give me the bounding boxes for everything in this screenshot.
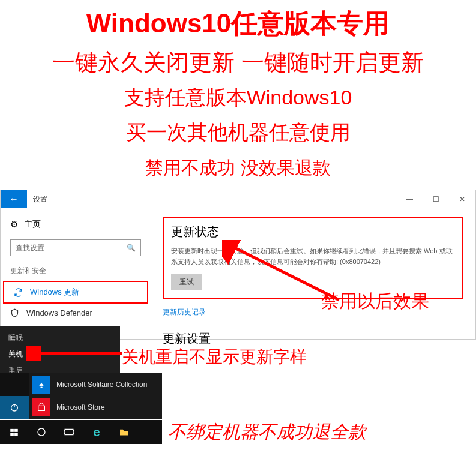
promo-line2: 一键永久关闭更新 一键随时开启更新 xyxy=(0,45,476,80)
annotation-shutdown-note: 关机重启不显示更新字样 xyxy=(122,346,307,368)
solitaire-tile-icon: ♠ xyxy=(32,376,50,394)
shield-icon xyxy=(10,308,19,317)
nav-windows-update[interactable]: Windows 更新 xyxy=(3,281,148,304)
annotation-disable-effect: 禁用以后效果 xyxy=(321,289,429,314)
maximize-button[interactable]: ☐ xyxy=(423,190,449,208)
status-description: 安装更新时出现一些问题，但我们稍后会重试。如果你继续看到此错误，并且想要搜索 W… xyxy=(171,246,455,267)
minimize-icon: — xyxy=(406,195,413,203)
edge-icon: e xyxy=(93,425,100,439)
gear-icon: ⚙ xyxy=(10,219,18,230)
titlebar: ← 设置 — ☐ ✕ xyxy=(1,190,475,208)
power-shutdown[interactable]: 关机 xyxy=(0,346,120,362)
taskview-button[interactable] xyxy=(55,420,83,444)
update-settings-heading: 更新设置 xyxy=(163,331,463,347)
minimize-button[interactable]: — xyxy=(396,190,423,208)
promo-line3: 支持任意版本Windows10 xyxy=(0,80,476,115)
svg-rect-10 xyxy=(64,431,65,434)
search-icon: 🔍 xyxy=(127,244,136,252)
svg-rect-9 xyxy=(65,430,73,435)
nav-defender-label: Windows Defender xyxy=(26,308,92,317)
svg-rect-11 xyxy=(73,431,74,434)
content-area: 更新状态 安装更新时出现一些问题，但我们稍后会重试。如果你继续看到此错误，并且想… xyxy=(151,208,475,339)
cortana-button[interactable] xyxy=(28,420,55,444)
circle-icon xyxy=(37,427,46,437)
folder-icon xyxy=(119,428,130,436)
svg-rect-7 xyxy=(14,433,18,436)
home-nav[interactable]: ⚙ 主页 xyxy=(1,215,151,233)
start-menu: ♠ Microsoft Solitaire Collection Microso… xyxy=(0,373,162,419)
taskview-icon xyxy=(64,428,74,436)
annotation-refund: 不绑定机器不成功退全款 xyxy=(168,420,366,445)
promo-line4: 买一次其他机器任意使用 xyxy=(0,115,476,150)
svg-rect-4 xyxy=(10,428,14,431)
window-title: 设置 xyxy=(33,194,47,205)
section-label: 更新和安全 xyxy=(1,263,151,281)
search-placeholder: 查找设置 xyxy=(16,243,44,253)
power-sleep[interactable]: 睡眠 xyxy=(0,330,120,346)
power-icon xyxy=(10,403,19,412)
svg-rect-6 xyxy=(10,433,14,436)
start-button[interactable] xyxy=(0,420,28,444)
search-input[interactable]: 查找设置 🔍 xyxy=(10,239,141,256)
home-label: 主页 xyxy=(24,219,41,230)
sync-icon xyxy=(14,288,23,297)
svg-rect-5 xyxy=(14,428,18,431)
nav-defender[interactable]: Windows Defender xyxy=(1,304,151,322)
arrow-left-icon: ← xyxy=(9,194,19,205)
taskbar: e xyxy=(0,420,162,444)
explorer-button[interactable] xyxy=(110,420,138,444)
solitaire-label: Microsoft Solitaire Collection xyxy=(56,380,147,389)
back-button[interactable]: ← xyxy=(1,190,27,208)
maximize-icon: ☐ xyxy=(433,195,439,203)
store-tile-icon xyxy=(32,398,50,416)
edge-button[interactable]: e xyxy=(83,420,110,444)
store-label: Microsoft Store xyxy=(56,403,105,412)
promo-line5: 禁用不成功 没效果退款 xyxy=(0,150,476,189)
svg-point-8 xyxy=(38,428,45,436)
nav-windows-update-label: Windows 更新 xyxy=(30,287,79,298)
promo-title: Windows10任意版本专用 xyxy=(0,0,476,45)
status-title: 更新状态 xyxy=(171,224,455,240)
settings-window: ← 设置 — ☐ ✕ ⚙ 主页 查找设置 🔍 更新和安全 xyxy=(0,190,476,340)
close-button[interactable]: ✕ xyxy=(449,190,475,208)
close-icon: ✕ xyxy=(459,195,465,203)
windows-icon xyxy=(10,428,19,437)
sidebar: ⚙ 主页 查找设置 🔍 更新和安全 Windows 更新 Windows Def… xyxy=(1,208,151,339)
update-status-panel: 更新状态 安装更新时出现一些问题，但我们稍后会重试。如果你继续看到此错误，并且想… xyxy=(163,217,463,299)
retry-button[interactable]: 重试 xyxy=(171,274,202,290)
power-button[interactable] xyxy=(0,396,29,419)
